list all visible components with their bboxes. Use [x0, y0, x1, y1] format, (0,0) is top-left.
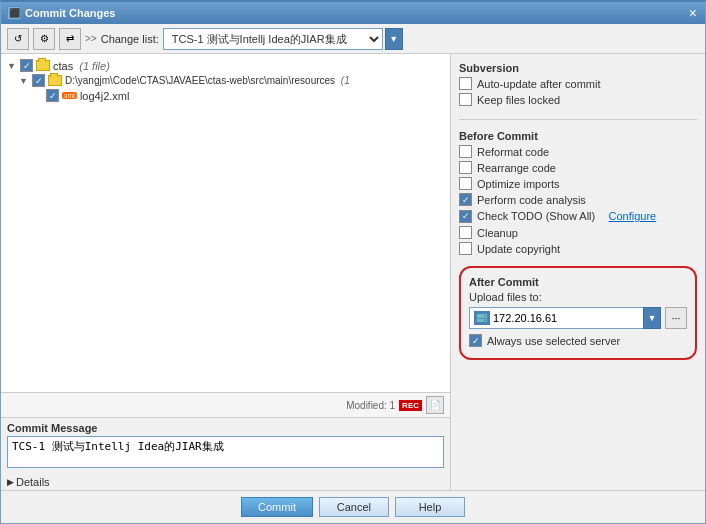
after-commit-title: After Commit — [469, 276, 687, 288]
folder-icon-ctas — [36, 60, 50, 71]
server-input-display: 172.20.16.61 — [469, 307, 643, 329]
server-icon — [474, 311, 490, 325]
changelist-combo: TCS-1 测试与Intellj Idea的JIAR集成 ▼ — [163, 28, 403, 50]
changelist-label: Change list: — [101, 33, 159, 45]
left-panel: ▼ ctas (1 file) ▼ D:\yangjm\Code\CTAS\JA… — [1, 54, 451, 490]
tree-label-log4j2: log4j2.xml — [80, 90, 130, 102]
main-content: ▼ ctas (1 file) ▼ D:\yangjm\Code\CTAS\JA… — [1, 54, 705, 490]
window-title: Commit Changes — [25, 7, 115, 19]
diff-button[interactable]: 📄 — [426, 396, 444, 414]
after-commit-section: After Commit Upload files to: — [459, 266, 697, 360]
browse-button[interactable]: ··· — [665, 307, 687, 329]
modified-label: Modified: 1 — [346, 400, 395, 411]
folder-icon-path — [48, 75, 62, 86]
checkbox-reformat[interactable] — [459, 145, 472, 158]
svg-point-3 — [484, 320, 486, 322]
tree-label-ctas-suffix: (1 file) — [76, 60, 110, 72]
upload-combo: 172.20.16.61 ▼ — [469, 307, 661, 329]
subversion-section: Subversion Auto-update after commit Keep… — [459, 62, 697, 109]
label-optimize: Optimize imports — [477, 178, 560, 190]
expand-icon-path[interactable]: ▼ — [19, 76, 29, 86]
checkbox-auto-update[interactable] — [459, 77, 472, 90]
xml-badge: xml — [62, 92, 77, 99]
tree-item-path[interactable]: ▼ D:\yangjm\Code\CTAS\JAVAEE\ctas-web\sr… — [5, 73, 446, 88]
checkbox-perform[interactable] — [459, 193, 472, 206]
title-bar-left: ⬛ Commit Changes — [7, 6, 115, 20]
cancel-button[interactable]: Cancel — [319, 497, 389, 517]
tree-item-log4j2[interactable]: xml log4j2.xml — [5, 88, 446, 103]
label-cleanup: Cleanup — [477, 227, 518, 239]
subversion-title: Subversion — [459, 62, 697, 74]
sync-btn[interactable]: ⇄ — [59, 28, 81, 50]
check-row-perform: Perform code analysis — [459, 193, 697, 206]
window-icon: ⬛ — [7, 6, 21, 20]
check-row-cleanup: Cleanup — [459, 226, 697, 239]
close-button[interactable]: × — [687, 6, 699, 20]
label-reformat: Reformat code — [477, 146, 549, 158]
title-bar: ⬛ Commit Changes × — [1, 2, 705, 24]
refresh-btn[interactable]: ↺ — [7, 28, 29, 50]
rec-button[interactable]: REC — [399, 400, 422, 411]
details-expand-icon: ▶ — [7, 477, 14, 487]
svg-point-2 — [484, 315, 486, 317]
check-row-update-copyright: Update copyright — [459, 242, 697, 255]
right-panel: Subversion Auto-update after commit Keep… — [451, 54, 705, 490]
checkbox-optimize[interactable] — [459, 177, 472, 190]
upload-row: 172.20.16.61 ▼ ··· — [469, 307, 687, 329]
tree-label-path: D:\yangjm\Code\CTAS\JAVAEE\ctas-web\src\… — [65, 75, 335, 86]
divider-1 — [459, 119, 697, 120]
commit-msg-input[interactable]: TCS-1 测试与Intellj Idea的JIAR集成 — [7, 436, 444, 468]
upload-label: Upload files to: — [469, 291, 687, 303]
label-check-todo: Check TODO (Show All) — [477, 210, 595, 222]
checkbox-ctas[interactable] — [20, 59, 33, 72]
commit-button[interactable]: Commit — [241, 497, 313, 517]
server-value: 172.20.16.61 — [493, 312, 557, 324]
label-rearrange: Rearrange code — [477, 162, 556, 174]
server-dropdown-arrow[interactable]: ▼ — [643, 307, 661, 329]
label-perform: Perform code analysis — [477, 194, 586, 206]
check-row-reformat: Reformat code — [459, 145, 697, 158]
status-bar: Modified: 1 REC 📄 — [1, 393, 450, 418]
label-auto-update: Auto-update after commit — [477, 78, 601, 90]
msg-label-row: Commit Message — [7, 422, 444, 436]
checkbox-rearrange[interactable] — [459, 161, 472, 174]
tree-item-ctas[interactable]: ▼ ctas (1 file) — [5, 58, 446, 73]
file-tree[interactable]: ▼ ctas (1 file) ▼ D:\yangjm\Code\CTAS\JA… — [1, 54, 450, 393]
checkbox-path[interactable] — [32, 74, 45, 87]
tree-label-ctas: ctas — [53, 60, 73, 72]
check-row-optimize: Optimize imports — [459, 177, 697, 190]
check-row-keep-files: Keep files locked — [459, 93, 697, 106]
checkbox-log4j2[interactable] — [46, 89, 59, 102]
check-row-always-use: Always use selected server — [469, 334, 687, 347]
checkbox-keep-files[interactable] — [459, 93, 472, 106]
main-window: ⬛ Commit Changes × ↺ ⚙ ⇄ >> Change list:… — [0, 0, 706, 524]
commit-msg-label: Commit Message — [7, 422, 97, 434]
details-label: Details — [16, 476, 50, 488]
changelist-arrow[interactable]: ▼ — [385, 28, 403, 50]
check-row-check-todo: Check TODO (Show All) Configure — [459, 209, 697, 223]
check-row-rearrange: Rearrange code — [459, 161, 697, 174]
label-update-copyright: Update copyright — [477, 243, 560, 255]
checkbox-check-todo[interactable] — [459, 210, 472, 223]
checkbox-cleanup[interactable] — [459, 226, 472, 239]
details-toggle[interactable]: ▶ Details — [1, 474, 450, 490]
commit-message-area: Commit Message TCS-1 测试与Intellj Idea的JIA… — [1, 418, 450, 474]
toolbar: ↺ ⚙ ⇄ >> Change list: TCS-1 测试与Intellj I… — [1, 24, 705, 54]
before-commit-title: Before Commit — [459, 130, 697, 142]
changelist-select[interactable]: TCS-1 测试与Intellj Idea的JIAR集成 — [163, 28, 383, 50]
configure-link[interactable]: Configure — [609, 210, 657, 222]
tree-label-path-suffix: (1 — [338, 75, 350, 86]
expand-icon-ctas[interactable]: ▼ — [7, 61, 17, 71]
help-button[interactable]: Help — [395, 497, 465, 517]
label-always-use: Always use selected server — [487, 335, 620, 347]
checkbox-update-copyright[interactable] — [459, 242, 472, 255]
label-keep-files: Keep files locked — [477, 94, 560, 106]
bottom-bar: Commit Cancel Help — [1, 490, 705, 523]
before-commit-section: Before Commit Reformat code Rearrange co… — [459, 130, 697, 258]
settings-btn[interactable]: ⚙ — [33, 28, 55, 50]
check-row-auto-update: Auto-update after commit — [459, 77, 697, 90]
checkbox-always-use[interactable] — [469, 334, 482, 347]
